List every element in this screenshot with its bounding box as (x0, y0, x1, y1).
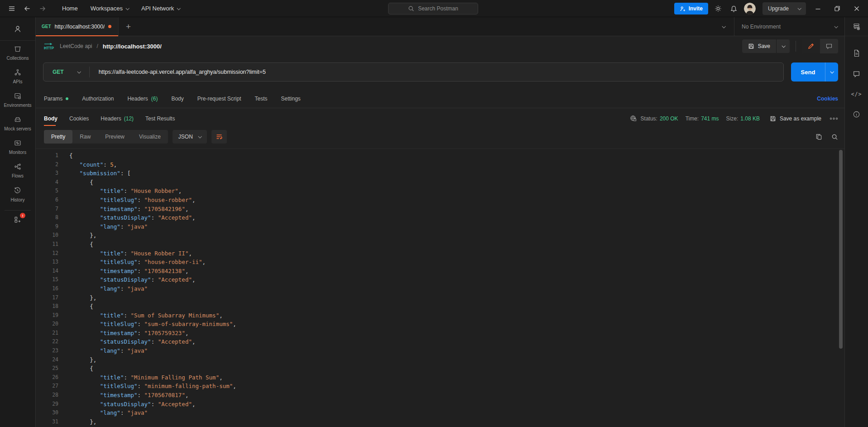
breadcrumb-request-name[interactable]: http://localhost:3000/ (103, 43, 162, 50)
view-mode-preview[interactable]: Preview (98, 130, 132, 144)
invite-button[interactable]: Invite (674, 3, 708, 14)
request-tab-settings[interactable]: Settings (281, 96, 301, 102)
upgrade-button[interactable]: Upgrade (762, 2, 806, 15)
method-selector[interactable]: GET (43, 69, 89, 75)
environment-quick-look-icon (853, 23, 861, 31)
breadcrumb-collection[interactable]: LeetCode api (60, 43, 92, 49)
back-arrow-icon[interactable] (20, 2, 34, 15)
request-tab-tests[interactable]: Tests (254, 96, 267, 102)
nav-home[interactable]: Home (57, 2, 83, 14)
sidebar-item-profile[interactable] (0, 17, 35, 41)
sidebar-item-label: History (10, 197, 24, 202)
time-value: 741 ms (701, 115, 719, 122)
response-header: BodyCookiesHeaders(12)Test Results Statu… (36, 108, 844, 129)
edit-request-button[interactable] (802, 39, 820, 53)
forward-arrow-icon[interactable] (35, 2, 50, 15)
sidebar-item-mock-servers[interactable]: Mock servers (4, 111, 31, 135)
comment-button[interactable] (820, 39, 838, 53)
line-number: 2 (36, 160, 58, 169)
monitors-icon (14, 139, 22, 147)
notifications-bell-icon[interactable] (728, 3, 740, 14)
environment-quick-look-button[interactable] (845, 17, 868, 36)
code-line: 22 "statusDisplay": "Accepted", (36, 337, 844, 346)
search-response-icon[interactable] (831, 134, 838, 140)
code-line: 8 "statusDisplay": "Accepted", (36, 213, 844, 222)
line-number: 4 (36, 178, 58, 187)
divider (89, 67, 90, 77)
sidebar-item-collections[interactable]: Collections (4, 41, 31, 64)
format-selector[interactable]: JSON (173, 130, 207, 144)
sidebar-item-label: Mock servers (4, 126, 31, 131)
response-tab-headers[interactable]: Headers(12) (101, 108, 134, 129)
request-tab-body[interactable]: Body (171, 96, 183, 102)
response-tab-test-results[interactable]: Test Results (145, 108, 175, 129)
environment-selector[interactable]: No Environment (734, 17, 844, 36)
line-number: 20 (36, 320, 58, 329)
tab-options-chevron-icon[interactable] (713, 17, 734, 36)
person-icon (13, 24, 22, 34)
sidebar-item-apis[interactable]: APIs (4, 64, 31, 88)
copy-icon[interactable] (815, 133, 822, 140)
window-minimize-button[interactable] (810, 0, 825, 17)
scrollbar[interactable] (839, 150, 843, 426)
code-line: 5 "title": "House Robber", (36, 187, 844, 196)
user-avatar[interactable] (744, 3, 756, 14)
comments-icon[interactable] (853, 70, 860, 78)
view-mode-raw[interactable]: Raw (72, 130, 98, 144)
request-tab-active[interactable]: GET http://localhost:3000/ (36, 17, 118, 36)
info-icon[interactable] (853, 110, 860, 118)
sidebar-item-environments[interactable]: Environments (4, 88, 31, 111)
cookies-link[interactable]: Cookies (817, 96, 838, 102)
settings-gear-icon[interactable] (712, 3, 724, 14)
response-body-viewer[interactable]: 1{2 "count": 5,3 "submission": [4 {5 "ti… (36, 149, 844, 427)
sidebar-item-monitors[interactable]: Monitors (4, 135, 31, 158)
nav-api-network[interactable]: API Network (136, 2, 185, 14)
pencil-icon (807, 43, 815, 50)
sidebar-item-flows[interactable]: Flows (4, 158, 31, 182)
flows-icon (14, 163, 22, 171)
window-close-button[interactable] (849, 0, 864, 17)
save-options-button[interactable] (776, 39, 790, 53)
request-tab-headers[interactable]: Headers(6) (127, 96, 158, 102)
url-input[interactable]: https://alfa-leetcode-api.vercel.app/alf… (99, 69, 266, 75)
nav-workspaces[interactable]: Workspaces (86, 2, 134, 14)
code-line: 18 { (36, 302, 844, 311)
request-tab-pre-request-script[interactable]: Pre-request Script (197, 96, 241, 102)
window-restore-button[interactable] (830, 0, 845, 17)
save-as-example-button[interactable]: Save as example (770, 115, 821, 122)
documentation-icon[interactable] (853, 49, 860, 57)
response-tab-cookies[interactable]: Cookies (69, 108, 89, 129)
network-globe-icon[interactable] (629, 115, 637, 122)
scrollbar-thumb[interactable] (839, 150, 843, 349)
wrap-lines-button[interactable] (211, 130, 227, 144)
code-line: 29 "statusDisplay": "Accepted", (36, 400, 844, 409)
search-input[interactable]: Search Postman (388, 3, 478, 14)
environment-label: No Environment (742, 24, 781, 30)
hamburger-menu-icon[interactable] (5, 2, 19, 15)
main-nav: Home Workspaces API Network (57, 2, 185, 14)
sidebar-item-label: Flows (12, 173, 24, 178)
more-options-icon[interactable] (830, 117, 838, 120)
toolbar-right-icons (815, 133, 838, 140)
code-snippet-icon[interactable]: </> (851, 91, 862, 97)
sidebar-item-history[interactable]: History (4, 182, 31, 206)
line-number: 13 (36, 258, 58, 267)
tab-label: Test Results (145, 115, 175, 122)
view-mode-pretty[interactable]: Pretty (44, 130, 72, 144)
format-label: JSON (178, 134, 193, 140)
save-button[interactable]: Save (742, 39, 776, 53)
tab-label: Authorization (82, 96, 114, 102)
new-tab-button[interactable]: + (118, 17, 138, 36)
line-number: 10 (36, 231, 58, 240)
titlebar-right: Invite Upgrade (674, 0, 864, 17)
code-line: 24 }, (36, 355, 844, 365)
send-options-button[interactable] (825, 62, 838, 82)
send-button[interactable]: Send (791, 62, 825, 82)
request-tab-params[interactable]: Params (44, 96, 68, 102)
time-label: Time: (686, 115, 699, 122)
tab-label: Tests (254, 96, 267, 102)
request-tab-authorization[interactable]: Authorization (82, 96, 114, 102)
configure-sidebar-button[interactable]: ! (13, 215, 22, 224)
view-mode-visualize[interactable]: Visualize (132, 130, 168, 144)
response-tab-body[interactable]: Body (44, 108, 58, 129)
